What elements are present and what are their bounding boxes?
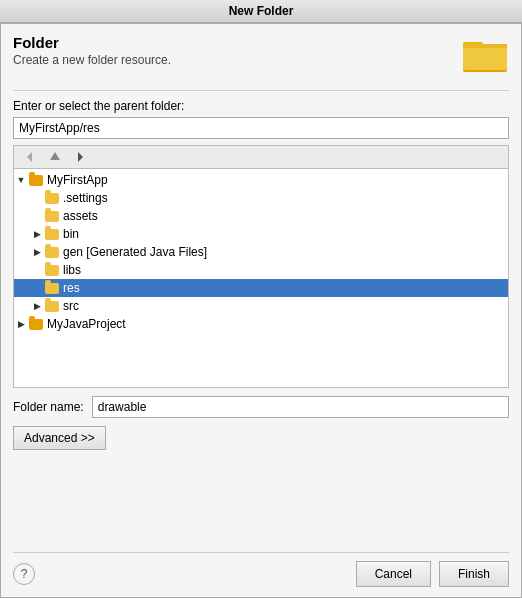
expand-bin[interactable]: ▶ — [30, 227, 44, 241]
folder-icon-libs — [44, 262, 60, 278]
folder-name-input[interactable] — [92, 396, 509, 418]
tree-label-res: res — [63, 281, 80, 295]
svg-rect-3 — [463, 44, 507, 48]
tree-forward-button[interactable] — [70, 148, 92, 166]
tree-label-src: src — [63, 299, 79, 313]
header-divider — [13, 90, 509, 91]
expand-myjavaproject[interactable]: ▶ — [14, 317, 28, 331]
folder-name-label: Folder name: — [13, 400, 84, 414]
tree-item-assets[interactable]: assets — [14, 207, 508, 225]
tree-item-settings[interactable]: .settings — [14, 189, 508, 207]
parent-folder-input[interactable] — [13, 117, 509, 139]
dialog-footer: ? Cancel Finish — [13, 552, 509, 587]
expand-myfirstapp[interactable]: ▼ — [14, 173, 28, 187]
tree-item-myjavaproject[interactable]: ▶ MyJavaProject — [14, 315, 508, 333]
expand-src[interactable]: ▶ — [30, 299, 44, 313]
expand-gen[interactable]: ▶ — [30, 245, 44, 259]
folder-icon-gen — [44, 244, 60, 260]
folder-icon-bin — [44, 226, 60, 242]
tree-label-myjavaproject: MyJavaProject — [47, 317, 126, 331]
tree-label-assets: assets — [63, 209, 98, 223]
folder-icon-assets — [44, 208, 60, 224]
dialog-title-bar: New Folder — [229, 4, 294, 18]
cancel-button[interactable]: Cancel — [356, 561, 431, 587]
dialog-subtitle: Create a new folder resource. — [13, 53, 171, 67]
finish-button[interactable]: Finish — [439, 561, 509, 587]
dialog-title: Folder — [13, 34, 171, 51]
tree-label-bin: bin — [63, 227, 79, 241]
bottom-section: Folder name: Advanced >> — [13, 396, 509, 460]
tree-item-myfirstapp[interactable]: ▼ MyFirstApp — [14, 171, 508, 189]
tree-item-libs[interactable]: libs — [14, 261, 508, 279]
tree-item-bin[interactable]: ▶ bin — [14, 225, 508, 243]
footer-buttons: Cancel Finish — [356, 561, 509, 587]
folder-icon-large — [461, 34, 509, 74]
folder-icon-res — [44, 280, 60, 296]
folder-icon-src — [44, 298, 60, 314]
project-icon-myjavaproject — [28, 316, 44, 332]
tree-item-gen[interactable]: ▶ gen [Generated Java Files] — [14, 243, 508, 261]
tree-label-gen: gen [Generated Java Files] — [63, 245, 207, 259]
folder-icon-settings — [44, 190, 60, 206]
advanced-button[interactable]: Advanced >> — [13, 426, 106, 450]
tree-toolbar — [13, 145, 509, 168]
folder-tree[interactable]: ▼ MyFirstApp .settings assets — [13, 168, 509, 388]
help-button[interactable]: ? — [13, 563, 35, 585]
tree-item-res[interactable]: res — [14, 279, 508, 297]
tree-nav-up-button[interactable] — [44, 148, 66, 166]
tree-label-myfirstapp: MyFirstApp — [47, 173, 108, 187]
tree-item-src[interactable]: ▶ src — [14, 297, 508, 315]
tree-label-settings: .settings — [63, 191, 108, 205]
tree-label-libs: libs — [63, 263, 81, 277]
tree-back-button[interactable] — [18, 148, 40, 166]
parent-folder-label: Enter or select the parent folder: — [13, 99, 509, 113]
project-icon-myfirstapp — [28, 172, 44, 188]
